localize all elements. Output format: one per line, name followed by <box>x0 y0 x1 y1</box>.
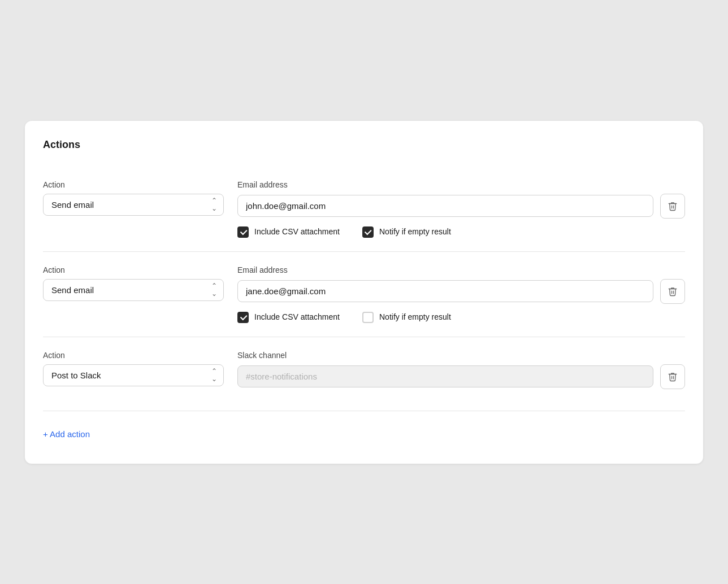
action-select-wrapper-3: Send email Post to Slack ⌃⌄ <box>43 364 224 386</box>
add-action-button[interactable]: + Add action <box>43 425 90 443</box>
delete-button-3[interactable] <box>660 364 685 389</box>
checkboxes-row-1: Include CSV attachment Notify if empty r… <box>237 226 685 238</box>
notify-checkbox-1[interactable] <box>362 226 374 238</box>
channel-input-3[interactable] <box>237 365 653 387</box>
action-left-2: Action Send email Post to Slack ⌃⌄ <box>43 265 224 301</box>
channel-row-3 <box>237 364 685 389</box>
checkboxes-row-2: Include CSV attachment Notify if empty r… <box>237 312 685 323</box>
trash-icon-3 <box>668 372 678 382</box>
notify-checkbox-2[interactable] <box>362 312 374 323</box>
trash-icon-1 <box>668 201 678 211</box>
action-label-1: Action <box>43 180 224 189</box>
notify-checkbox-item-1: Notify if empty result <box>362 226 451 238</box>
action-select-wrapper-1: Send email Post to Slack ⌃⌄ <box>43 194 224 216</box>
action-left-3: Action Send email Post to Slack ⌃⌄ <box>43 351 224 386</box>
action-section-2: Action Send email Post to Slack ⌃⌄ Email… <box>43 251 685 337</box>
action-label-3: Action <box>43 351 224 360</box>
action-select-wrapper-2: Send email Post to Slack ⌃⌄ <box>43 279 224 301</box>
action-section-3: Action Send email Post to Slack ⌃⌄ Slack… <box>43 337 685 411</box>
notify-checkbox-item-2: Notify if empty result <box>362 312 451 323</box>
csv-checkbox-item-1: Include CSV attachment <box>237 226 340 238</box>
csv-label-1: Include CSV attachment <box>254 226 340 237</box>
action-row-3: Action Send email Post to Slack ⌃⌄ Slack… <box>43 351 685 397</box>
action-row-2: Action Send email Post to Slack ⌃⌄ Email… <box>43 265 685 323</box>
email-row-2 <box>237 279 685 304</box>
csv-checkbox-item-2: Include CSV attachment <box>237 312 340 323</box>
trash-icon-2 <box>668 286 678 297</box>
csv-checkbox-1[interactable] <box>237 226 249 238</box>
action-select-2[interactable]: Send email Post to Slack <box>43 279 224 301</box>
action-left-1: Action Send email Post to Slack ⌃⌄ <box>43 180 224 216</box>
notify-label-2: Notify if empty result <box>379 312 451 322</box>
email-input-1[interactable] <box>237 195 653 217</box>
email-label-1: Email address <box>237 180 685 189</box>
add-action-section: + Add action <box>43 411 685 446</box>
actions-card: Actions Action Send email Post to Slack … <box>25 121 703 464</box>
email-label-2: Email address <box>237 265 685 274</box>
notify-label-1: Notify if empty result <box>379 226 451 237</box>
action-section-1: Action Send email Post to Slack ⌃⌄ Email… <box>43 167 685 251</box>
card-title: Actions <box>43 139 685 151</box>
delete-button-2[interactable] <box>660 279 685 304</box>
action-right-1: Email address Incl <box>237 180 685 238</box>
action-right-2: Email address Incl <box>237 265 685 323</box>
action-row-1: Action Send email Post to Slack ⌃⌄ Email… <box>43 180 685 238</box>
action-select-1[interactable]: Send email Post to Slack <box>43 194 224 216</box>
email-input-2[interactable] <box>237 280 653 302</box>
channel-label-3: Slack channel <box>237 351 685 360</box>
csv-label-2: Include CSV attachment <box>254 312 340 322</box>
action-right-3: Slack channel <box>237 351 685 397</box>
action-select-3[interactable]: Send email Post to Slack <box>43 364 224 386</box>
email-row-1 <box>237 194 685 219</box>
csv-checkbox-2[interactable] <box>237 312 249 323</box>
action-label-2: Action <box>43 265 224 274</box>
delete-button-1[interactable] <box>660 194 685 219</box>
